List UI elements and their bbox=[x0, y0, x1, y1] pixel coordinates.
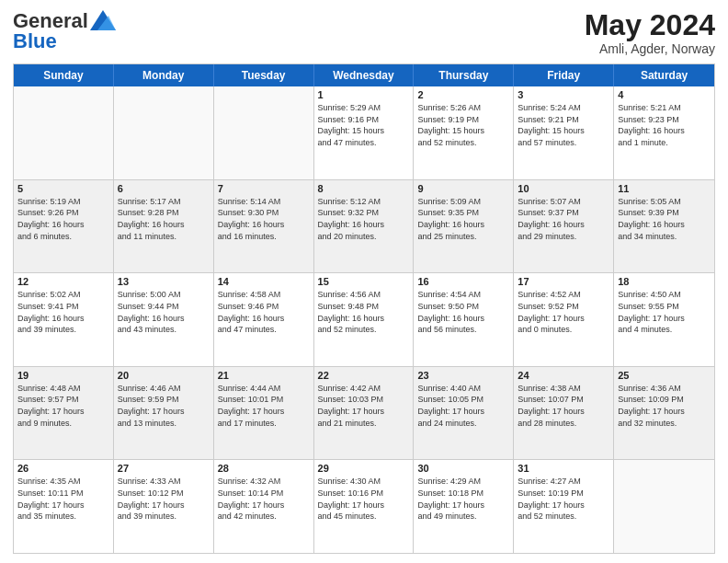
day-number: 16 bbox=[417, 276, 509, 287]
day-number: 6 bbox=[118, 183, 210, 194]
cell-info: Sunrise: 5:02 AM Sunset: 9:41 PM Dayligh… bbox=[17, 289, 109, 335]
calendar-cell-r1-c5: 10Sunrise: 5:07 AM Sunset: 9:37 PM Dayli… bbox=[514, 180, 614, 273]
calendar-row-1: 5Sunrise: 5:19 AM Sunset: 9:26 PM Daylig… bbox=[14, 180, 714, 274]
header-tuesday: Tuesday bbox=[214, 64, 314, 86]
calendar-cell-r3-c2: 21Sunrise: 4:44 AM Sunset: 10:01 PM Dayl… bbox=[214, 367, 314, 460]
cell-info: Sunrise: 5:29 AM Sunset: 9:16 PM Dayligh… bbox=[318, 102, 410, 148]
cell-info: Sunrise: 4:40 AM Sunset: 10:05 PM Daylig… bbox=[417, 383, 509, 429]
cell-info: Sunrise: 5:07 AM Sunset: 9:37 PM Dayligh… bbox=[518, 196, 609, 242]
day-number: 21 bbox=[218, 370, 310, 381]
logo-icon bbox=[90, 10, 116, 30]
calendar-cell-r4-c4: 30Sunrise: 4:29 AM Sunset: 10:18 PM Dayl… bbox=[414, 460, 514, 553]
cell-info: Sunrise: 5:14 AM Sunset: 9:30 PM Dayligh… bbox=[218, 196, 310, 242]
day-number: 10 bbox=[518, 183, 609, 194]
calendar-cell-r4-c2: 28Sunrise: 4:32 AM Sunset: 10:14 PM Dayl… bbox=[214, 460, 314, 553]
cell-info: Sunrise: 5:12 AM Sunset: 9:32 PM Dayligh… bbox=[318, 196, 410, 242]
day-number: 20 bbox=[118, 370, 210, 381]
day-number: 28 bbox=[218, 463, 310, 474]
header-monday: Monday bbox=[114, 64, 214, 86]
calendar-cell-r2-c2: 14Sunrise: 4:58 AM Sunset: 9:46 PM Dayli… bbox=[214, 273, 314, 366]
cell-info: Sunrise: 4:29 AM Sunset: 10:18 PM Daylig… bbox=[417, 476, 509, 522]
cell-info: Sunrise: 4:46 AM Sunset: 9:59 PM Dayligh… bbox=[118, 383, 210, 429]
calendar-cell-r0-c5: 3Sunrise: 5:24 AM Sunset: 9:21 PM Daylig… bbox=[514, 86, 614, 179]
calendar-cell-r1-c1: 6Sunrise: 5:17 AM Sunset: 9:28 PM Daylig… bbox=[114, 180, 214, 273]
day-number: 3 bbox=[518, 89, 609, 100]
day-number: 2 bbox=[417, 89, 509, 100]
cell-info: Sunrise: 5:05 AM Sunset: 9:39 PM Dayligh… bbox=[618, 196, 711, 242]
calendar-cell-r2-c4: 16Sunrise: 4:54 AM Sunset: 9:50 PM Dayli… bbox=[414, 273, 514, 366]
calendar-cell-r3-c6: 25Sunrise: 4:36 AM Sunset: 10:09 PM Dayl… bbox=[614, 367, 714, 460]
month-year: May 2024 bbox=[585, 9, 715, 41]
calendar-row-0: 1Sunrise: 5:29 AM Sunset: 9:16 PM Daylig… bbox=[14, 86, 714, 180]
cell-info: Sunrise: 5:09 AM Sunset: 9:35 PM Dayligh… bbox=[417, 196, 509, 242]
header-saturday: Saturday bbox=[614, 64, 714, 86]
calendar-row-2: 12Sunrise: 5:02 AM Sunset: 9:41 PM Dayli… bbox=[14, 273, 714, 367]
day-number: 18 bbox=[618, 276, 711, 287]
day-number: 11 bbox=[618, 183, 711, 194]
calendar-cell-r1-c4: 9Sunrise: 5:09 AM Sunset: 9:35 PM Daylig… bbox=[414, 180, 514, 273]
calendar-cell-r0-c0 bbox=[14, 86, 114, 179]
cell-info: Sunrise: 5:00 AM Sunset: 9:44 PM Dayligh… bbox=[118, 289, 210, 335]
day-number: 9 bbox=[417, 183, 509, 194]
cell-info: Sunrise: 4:35 AM Sunset: 10:11 PM Daylig… bbox=[17, 476, 109, 522]
calendar-cell-r0-c6: 4Sunrise: 5:21 AM Sunset: 9:23 PM Daylig… bbox=[614, 86, 714, 179]
cell-info: Sunrise: 5:21 AM Sunset: 9:23 PM Dayligh… bbox=[618, 102, 711, 148]
day-number: 15 bbox=[318, 276, 410, 287]
header-friday: Friday bbox=[514, 64, 614, 86]
cell-info: Sunrise: 4:38 AM Sunset: 10:07 PM Daylig… bbox=[518, 383, 609, 429]
day-number: 12 bbox=[17, 276, 109, 287]
calendar-cell-r3-c3: 22Sunrise: 4:42 AM Sunset: 10:03 PM Dayl… bbox=[314, 367, 415, 460]
logo: General Blue bbox=[13, 9, 116, 53]
calendar-cell-r2-c5: 17Sunrise: 4:52 AM Sunset: 9:52 PM Dayli… bbox=[514, 273, 614, 366]
title-block: May 2024 Amli, Agder, Norway bbox=[585, 9, 715, 56]
day-number: 14 bbox=[218, 276, 310, 287]
calendar-cell-r0-c2 bbox=[214, 86, 314, 179]
calendar-row-3: 19Sunrise: 4:48 AM Sunset: 9:57 PM Dayli… bbox=[14, 367, 714, 461]
day-number: 31 bbox=[518, 463, 609, 474]
cell-info: Sunrise: 4:27 AM Sunset: 10:19 PM Daylig… bbox=[518, 476, 609, 522]
day-number: 24 bbox=[518, 370, 609, 381]
cell-info: Sunrise: 4:30 AM Sunset: 10:16 PM Daylig… bbox=[318, 476, 410, 522]
calendar-cell-r3-c4: 23Sunrise: 4:40 AM Sunset: 10:05 PM Dayl… bbox=[414, 367, 514, 460]
cell-info: Sunrise: 4:50 AM Sunset: 9:55 PM Dayligh… bbox=[618, 289, 711, 335]
calendar-cell-r2-c6: 18Sunrise: 4:50 AM Sunset: 9:55 PM Dayli… bbox=[614, 273, 714, 366]
calendar-cell-r1-c3: 8Sunrise: 5:12 AM Sunset: 9:32 PM Daylig… bbox=[314, 180, 415, 273]
day-number: 19 bbox=[17, 370, 109, 381]
header: General Blue May 2024 Amli, Agder, Norwa… bbox=[13, 9, 715, 56]
calendar-row-4: 26Sunrise: 4:35 AM Sunset: 10:11 PM Dayl… bbox=[14, 460, 714, 553]
calendar-cell-r0-c1 bbox=[114, 86, 214, 179]
day-number: 1 bbox=[318, 89, 410, 100]
cell-info: Sunrise: 4:48 AM Sunset: 9:57 PM Dayligh… bbox=[17, 383, 109, 429]
calendar-cell-r4-c3: 29Sunrise: 4:30 AM Sunset: 10:16 PM Dayl… bbox=[314, 460, 415, 553]
location: Amli, Agder, Norway bbox=[585, 41, 715, 56]
day-number: 26 bbox=[17, 463, 109, 474]
calendar-cell-r3-c5: 24Sunrise: 4:38 AM Sunset: 10:07 PM Dayl… bbox=[514, 367, 614, 460]
cell-info: Sunrise: 4:42 AM Sunset: 10:03 PM Daylig… bbox=[318, 383, 410, 429]
calendar-cell-r0-c4: 2Sunrise: 5:26 AM Sunset: 9:19 PM Daylig… bbox=[414, 86, 514, 179]
day-number: 8 bbox=[318, 183, 410, 194]
day-number: 29 bbox=[318, 463, 410, 474]
calendar-cell-r2-c0: 12Sunrise: 5:02 AM Sunset: 9:41 PM Dayli… bbox=[14, 273, 114, 366]
cell-info: Sunrise: 4:33 AM Sunset: 10:12 PM Daylig… bbox=[118, 476, 210, 522]
calendar-cell-r3-c1: 20Sunrise: 4:46 AM Sunset: 9:59 PM Dayli… bbox=[114, 367, 214, 460]
cell-info: Sunrise: 5:17 AM Sunset: 9:28 PM Dayligh… bbox=[118, 196, 210, 242]
cell-info: Sunrise: 5:24 AM Sunset: 9:21 PM Dayligh… bbox=[518, 102, 609, 148]
day-number: 23 bbox=[417, 370, 509, 381]
calendar-cell-r1-c6: 11Sunrise: 5:05 AM Sunset: 9:39 PM Dayli… bbox=[614, 180, 714, 273]
day-number: 30 bbox=[417, 463, 509, 474]
cell-info: Sunrise: 4:58 AM Sunset: 9:46 PM Dayligh… bbox=[218, 289, 310, 335]
day-number: 4 bbox=[618, 89, 711, 100]
day-number: 25 bbox=[618, 370, 711, 381]
day-number: 27 bbox=[118, 463, 210, 474]
calendar-cell-r4-c0: 26Sunrise: 4:35 AM Sunset: 10:11 PM Dayl… bbox=[14, 460, 114, 553]
cell-info: Sunrise: 4:52 AM Sunset: 9:52 PM Dayligh… bbox=[518, 289, 609, 335]
day-number: 22 bbox=[318, 370, 410, 381]
calendar-cell-r0-c3: 1Sunrise: 5:29 AM Sunset: 9:16 PM Daylig… bbox=[314, 86, 415, 179]
day-number: 7 bbox=[218, 183, 310, 194]
day-number: 13 bbox=[118, 276, 210, 287]
cell-info: Sunrise: 4:36 AM Sunset: 10:09 PM Daylig… bbox=[618, 383, 711, 429]
calendar-cell-r2-c1: 13Sunrise: 5:00 AM Sunset: 9:44 PM Dayli… bbox=[114, 273, 214, 366]
calendar-cell-r2-c3: 15Sunrise: 4:56 AM Sunset: 9:48 PM Dayli… bbox=[314, 273, 415, 366]
cell-info: Sunrise: 5:19 AM Sunset: 9:26 PM Dayligh… bbox=[17, 196, 109, 242]
calendar-cell-r4-c5: 31Sunrise: 4:27 AM Sunset: 10:19 PM Dayl… bbox=[514, 460, 614, 553]
